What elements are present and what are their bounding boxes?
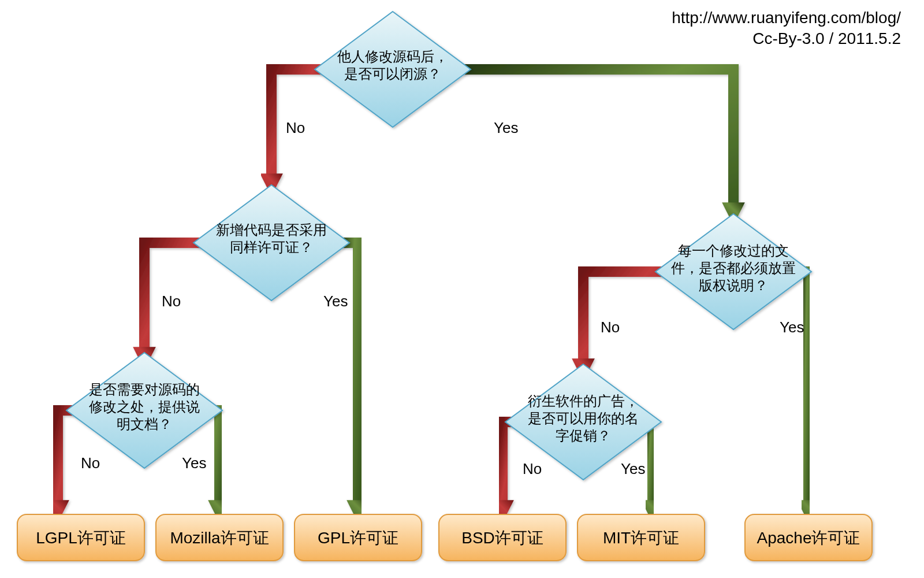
license-lgpl: LGPL许可证: [17, 514, 144, 561]
credit-line-2: Cc-By-3.0 / 2011.5.2: [752, 29, 901, 47]
arrow-label-q3-yes: Yes: [182, 454, 206, 472]
question-q2: 新增代码是否采用同样许可证？: [193, 185, 349, 301]
arrow-q5-yes: [647, 422, 653, 512]
question-q4: 每一个修改过的文件，是否都必须放置版权说明？: [655, 214, 811, 329]
credit-line-1: http://www.ruanyifeng.com/blog/: [672, 9, 901, 27]
license-bsd: BSD许可证: [439, 514, 566, 561]
license-label-mozilla: Mozilla许可证: [170, 529, 269, 547]
arrow-label-q5-yes: Yes: [621, 460, 645, 477]
arrow-q4-no: [583, 272, 664, 370]
arrow-q3-no: [58, 410, 81, 512]
license-mit: MIT许可证: [578, 514, 705, 561]
arrow-label-q4-no: No: [601, 318, 620, 336]
license-label-gpl: GPL许可证: [318, 529, 398, 547]
license-mozilla: Mozilla许可证: [156, 514, 283, 561]
arrow-q2-yes: [341, 243, 358, 512]
arrow-label-q1-no: No: [286, 119, 305, 136]
arrow-q1-yes: [462, 69, 733, 214]
arrow-label-q3-no: No: [81, 454, 100, 472]
arrow-q4-yes: [803, 272, 808, 512]
arrow-label-q5-no: No: [523, 460, 542, 477]
license-apache: Apache许可证: [745, 514, 872, 561]
question-q1: 他人修改源码后，是否可以闭源？: [315, 12, 471, 127]
license-label-bsd: BSD许可证: [461, 529, 543, 547]
license-label-lgpl: LGPL许可证: [36, 529, 126, 547]
arrow-q3-yes: [208, 410, 219, 512]
license-label-apache: Apache许可证: [757, 529, 860, 547]
arrow-label-q2-yes: Yes: [323, 292, 348, 310]
question-q3: 是否需要对源码的修改之处，提供说明文档？: [66, 353, 222, 468]
license-gpl: GPL许可证: [295, 514, 422, 561]
license-label-mit: MIT许可证: [603, 529, 679, 547]
arrow-label-q1-yes: Yes: [494, 119, 518, 136]
arrow-label-q4-yes: Yes: [780, 318, 804, 336]
license-flowchart: http://www.ruanyifeng.com/blog/ Cc-By-3.…: [0, 0, 924, 578]
arrow-label-q2-no: No: [162, 292, 181, 310]
arrow-q5-no: [502, 422, 520, 512]
